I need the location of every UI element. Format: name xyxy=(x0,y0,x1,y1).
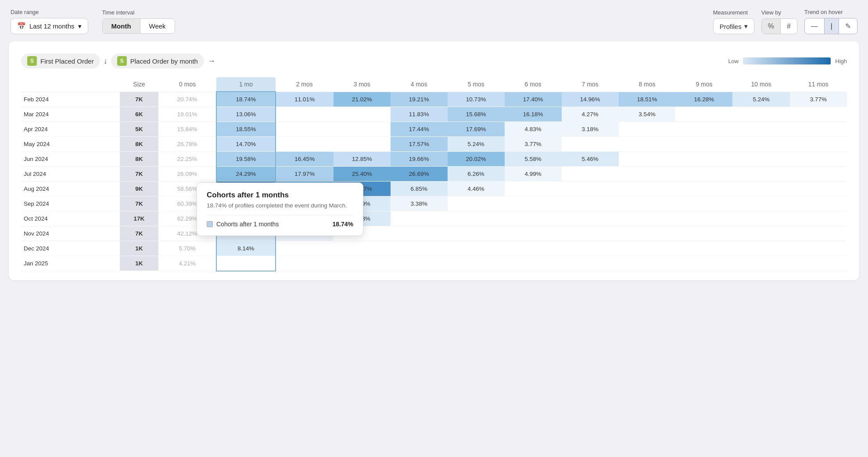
tooltip-item-value: 18.74% xyxy=(333,221,353,228)
row-cell-col1[interactable]: 24.29% xyxy=(216,167,275,182)
row-cell-col8 xyxy=(619,137,676,152)
row-cell-col1[interactable] xyxy=(216,256,275,271)
row-month-label: Oct 2024 xyxy=(21,211,120,226)
calendar-icon: 📅 xyxy=(17,22,26,30)
row-cell-col11 xyxy=(790,196,847,211)
row-cell-col1[interactable]: 8.14% xyxy=(216,241,275,256)
row-cell-col10 xyxy=(732,137,789,152)
row-cell-col4: 26.69% xyxy=(391,167,448,182)
arrow-right-icon: → xyxy=(208,57,215,66)
row-cell-col0: 26.09% xyxy=(158,167,216,182)
row-cell-col11 xyxy=(790,137,847,152)
shopify-icon-first: S xyxy=(27,56,37,66)
row-size-cell: 1K xyxy=(120,256,158,271)
row-cell-col4 xyxy=(391,211,448,226)
measurement-group: Measurement Profiles ▾ xyxy=(713,9,754,34)
profiles-select[interactable]: Profiles ▾ xyxy=(713,18,754,34)
cohort-table: Size 0 mos 1 mo 2 mos 3 mos 4 mos 5 mos … xyxy=(21,77,847,271)
row-cell-col2 xyxy=(276,107,334,122)
row-cell-col7 xyxy=(562,256,619,271)
month-button[interactable]: Month xyxy=(103,19,140,33)
row-cell-col4: 19.66% xyxy=(391,152,448,167)
row-cell-col4 xyxy=(391,256,448,271)
trend-pencil-button[interactable]: ✎ xyxy=(839,18,857,34)
col-header-9mos: 9 mos xyxy=(675,77,732,92)
row-size-cell: 8K xyxy=(120,137,158,152)
row-cell-col5: 17.69% xyxy=(448,122,505,137)
gradient-bar xyxy=(743,57,831,64)
row-cell-col8 xyxy=(619,122,676,137)
tooltip-subtitle: 18.74% of profiles completed the event d… xyxy=(207,202,353,209)
row-cell-col5: 6.26% xyxy=(448,167,505,182)
row-cell-col1[interactable]: 14.70% xyxy=(216,137,275,152)
trend-label: Trend on hover xyxy=(804,9,857,15)
profiles-value: Profiles xyxy=(720,23,742,30)
row-cell-col6: 4.99% xyxy=(505,167,562,182)
row-cell-col1[interactable]: 18.74% xyxy=(216,92,275,107)
tooltip-title: Cohorts after 1 months xyxy=(207,191,353,200)
col-header-0mos: 0 mos xyxy=(158,77,216,92)
row-cell-col2 xyxy=(276,256,334,271)
date-range-group: Date range 📅 Last 12 months ▾ xyxy=(11,9,88,34)
hash-button[interactable]: # xyxy=(780,19,797,34)
week-button[interactable]: Week xyxy=(140,19,175,33)
row-cell-col8 xyxy=(619,196,676,211)
col-header-2mos: 2 mos xyxy=(276,77,334,92)
row-cell-col6: 17.40% xyxy=(505,92,562,107)
tooltip-item-label: Cohorts after 1 months xyxy=(216,221,279,228)
col-header-size: Size xyxy=(120,77,158,92)
row-cell-col1[interactable]: 18.55% xyxy=(216,122,275,137)
row-cell-col1[interactable]: 13.06% xyxy=(216,107,275,122)
row-cell-col3: 21.02% xyxy=(334,92,391,107)
row-month-label: Jan 2025 xyxy=(21,256,120,271)
right-controls: Measurement Profiles ▾ View by % # Trend… xyxy=(713,9,857,34)
row-cell-col6 xyxy=(505,256,562,271)
trend-dash-button[interactable]: — xyxy=(805,18,824,34)
row-cell-col11 xyxy=(790,182,847,196)
row-cell-col10 xyxy=(732,122,789,137)
table-wrapper: Size 0 mos 1 mo 2 mos 3 mos 4 mos 5 mos … xyxy=(21,77,847,271)
col-header-7mos: 7 mos xyxy=(562,77,619,92)
col-header-8mos: 8 mos xyxy=(619,77,676,92)
row-cell-col11 xyxy=(790,122,847,137)
row-cell-col9 xyxy=(675,241,732,256)
row-month-label: Apr 2024 xyxy=(21,122,120,137)
row-cell-col5 xyxy=(448,226,505,241)
row-cell-col1[interactable]: 19.58% xyxy=(216,152,275,167)
row-size-cell: 9K xyxy=(120,182,158,196)
tooltip-color-box xyxy=(207,221,213,227)
row-cell-col10 xyxy=(732,167,789,182)
trend-bar-button[interactable]: | xyxy=(824,18,839,34)
row-cell-col7 xyxy=(562,241,619,256)
second-event-chip[interactable]: S Placed Order by month xyxy=(111,54,204,68)
row-cell-col11 xyxy=(790,152,847,167)
percent-button[interactable]: % xyxy=(762,19,780,34)
row-cell-col8 xyxy=(619,152,676,167)
col-header-5mos: 5 mos xyxy=(448,77,505,92)
row-cell-col11 xyxy=(790,241,847,256)
col-header-10mos: 10 mos xyxy=(732,77,789,92)
row-size-cell: 7K xyxy=(120,226,158,241)
legend-high-label: High xyxy=(835,58,847,64)
viewby-buttons: % # xyxy=(761,18,797,34)
date-range-button[interactable]: 📅 Last 12 months ▾ xyxy=(11,18,88,34)
date-range-value: Last 12 months xyxy=(29,22,75,30)
row-cell-col4: 17.57% xyxy=(391,137,448,152)
arrow-down-icon: ↓ xyxy=(104,57,108,66)
row-cell-col4 xyxy=(391,241,448,256)
first-event-label: First Placed Order xyxy=(40,57,94,65)
row-cell-col10 xyxy=(732,226,789,241)
row-cell-col10 xyxy=(732,211,789,226)
row-cell-col5 xyxy=(448,211,505,226)
row-cell-col0: 26.78% xyxy=(158,137,216,152)
row-size-cell: 17K xyxy=(120,211,158,226)
row-cell-col2 xyxy=(276,241,334,256)
row-cell-col9 xyxy=(675,137,732,152)
row-cell-col5: 10.73% xyxy=(448,92,505,107)
row-cell-col7: 4.27% xyxy=(562,107,619,122)
first-event-chip[interactable]: S First Placed Order xyxy=(21,54,100,68)
row-cell-col10 xyxy=(732,182,789,196)
row-size-cell: 7K xyxy=(120,196,158,211)
row-cell-col4: 6.85% xyxy=(391,182,448,196)
row-cell-col7 xyxy=(562,226,619,241)
